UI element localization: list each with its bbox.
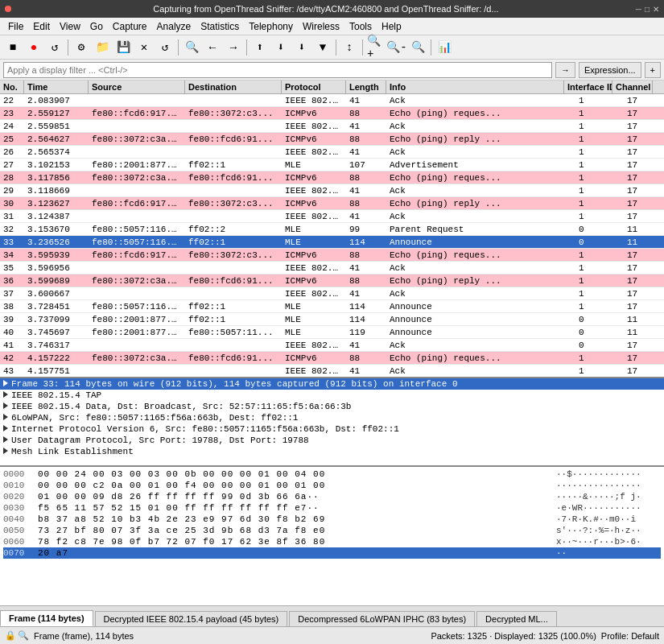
detail-row[interactable]: Mesh Link Establishment [0, 446, 664, 457]
status-bar: 🔒 🔍 Frame (frame), 114 bytes Packets: 13… [0, 626, 664, 644]
col-header-protocol[interactable]: Protocol [282, 80, 346, 93]
refresh-button[interactable]: ↺ [155, 38, 175, 57]
table-row[interactable]: 232.559127fe80::fcd6:917...fe80::3072:c3… [0, 107, 664, 120]
menu-item-capture[interactable]: Capture [108, 19, 152, 34]
table-row[interactable]: 303.123627fe80::fcd6:917...fe80::3072:c3… [0, 197, 664, 210]
save-button[interactable]: 💾 [113, 38, 133, 57]
table-row[interactable]: 353.596956IEEE 802.15.441Ack117 [0, 262, 664, 275]
close-button[interactable]: ✕ [653, 5, 659, 14]
col-header-channel[interactable]: Channel [612, 80, 653, 93]
menu-bar: FileEditViewGoCaptureAnalyzeStatisticsTe… [0, 18, 664, 35]
col-header-source[interactable]: Source [89, 80, 185, 93]
menu-item-go[interactable]: Go [85, 19, 108, 34]
expand-arrow-icon [3, 402, 8, 411]
col-header-info[interactable]: Info [386, 80, 564, 93]
table-row[interactable]: 393.737099fe80::2001:877...ff02::1MLE114… [0, 313, 664, 326]
table-row[interactable]: 323.153670fe80::5057:116...ff02::2MLE99P… [0, 223, 664, 236]
record-button[interactable]: ● [24, 38, 43, 57]
expression-button[interactable]: Expression... [579, 62, 641, 78]
reload-button[interactable]: ↺ [45, 38, 64, 57]
table-row[interactable]: 424.157222fe80::3072:c3a...fe80::fcd6:91… [0, 352, 664, 365]
expand-arrow-icon [3, 448, 8, 456]
bottom-tab[interactable]: Decrypted ML... [476, 611, 557, 626]
col-header-no[interactable]: No. [0, 80, 24, 93]
settings-button[interactable]: ⚙ [72, 38, 91, 57]
table-row[interactable]: 383.728451fe80::5057:116...ff02::1MLE114… [0, 300, 664, 313]
zoom-reset-button[interactable]: 🔍 [408, 38, 427, 57]
filter-arrow-button[interactable]: → [555, 62, 575, 78]
hex-row: 006078 f2 c8 7e 98 0f b7 72 07 f0 17 62 … [3, 536, 661, 547]
bottom-tabs: Frame (114 bytes)Decrypted IEEE 802.15.4… [0, 605, 664, 626]
scroll-up-button[interactable]: ⬆ [250, 38, 270, 57]
hex-row: 0040b8 37 a8 52 10 b3 4b 2e 23 e9 97 6d … [3, 514, 661, 525]
back-button[interactable]: ← [203, 38, 222, 57]
hex-row: 005073 27 bf 80 07 3f 3a ce 25 3d 9b 68 … [3, 525, 661, 536]
detail-row[interactable]: IEEE 802.15.4 TAP [0, 390, 664, 401]
zoom-fit-button[interactable]: ↕ [340, 38, 359, 57]
minimize-button[interactable]: ─ [636, 5, 641, 14]
bottom-tab[interactable]: Frame (114 bytes) [0, 610, 93, 626]
hex-row: 007020 a7·· [3, 547, 661, 559]
detail-row[interactable]: Internet Protocol Version 6, Src: fe80::… [0, 423, 664, 435]
table-row[interactable]: 252.564627fe80::3072:c3a...fe80::fcd6:91… [0, 133, 664, 146]
table-row[interactable]: 273.102153fe80::2001:877...ff02::1MLE107… [0, 159, 664, 171]
filter-input[interactable] [3, 62, 552, 78]
table-row[interactable]: 283.117856fe80::3072:c3a...fe80::fcd6:91… [0, 171, 664, 184]
menu-item-telephony[interactable]: Telephony [244, 19, 298, 34]
detail-row[interactable]: IEEE 802.15.4 Data, Dst: Broadcast, Src:… [0, 401, 664, 412]
scroll-down-button[interactable]: ⬇ [271, 38, 291, 57]
table-row[interactable]: 222.083907IEEE 802.15.441Ack117 [0, 94, 664, 107]
stop-button[interactable]: ■ [3, 38, 23, 57]
window-title: Capturing from OpenThread Sniffer: /dev/… [16, 4, 636, 14]
menu-item-file[interactable]: File [3, 19, 28, 34]
status-icons: 🔒 🔍 [5, 630, 29, 641]
find-button[interactable]: 🔍 [182, 38, 201, 57]
detail-row[interactable]: Frame 33: 114 bytes on wire (912 bits), … [0, 378, 664, 390]
table-row[interactable]: 343.595939fe80::fcd6:917...fe80::3072:c3… [0, 249, 664, 262]
table-row[interactable]: 403.745697fe80::2001:877...fe80::5057:11… [0, 326, 664, 339]
table-row[interactable]: 333.236526fe80::5057:116...ff02::1MLE114… [0, 236, 664, 249]
table-row[interactable]: 242.559851IEEE 802.15.441Ack117 [0, 120, 664, 133]
add-filter-button[interactable]: + [645, 62, 661, 78]
frame-info: Frame (frame), 114 bytes [34, 631, 426, 641]
maximize-button[interactable]: □ [645, 5, 650, 14]
table-row[interactable]: 262.565374IEEE 802.15.441Ack117 [0, 146, 664, 159]
packet-list-scroll[interactable]: 222.083907IEEE 802.15.441Ack117232.55912… [0, 94, 664, 377]
bottom-tab[interactable]: Decrypted IEEE 802.15.4 payload (45 byte… [95, 611, 288, 626]
graph-button[interactable]: 📊 [435, 38, 454, 57]
detail-row[interactable]: 6LoWPAN, Src: fe80::5057:1165:f56a:663b,… [0, 412, 664, 423]
zoom-in-button[interactable]: 🔍+ [366, 38, 386, 57]
filter-icon: 🔍 [18, 630, 29, 641]
col-header-interface[interactable]: Interface ID [564, 80, 612, 93]
close-file-button[interactable]: ✕ [134, 38, 154, 57]
table-row[interactable]: 293.118669IEEE 802.15.441Ack117 [0, 184, 664, 197]
col-header-time[interactable]: Time [24, 80, 89, 93]
menu-item-view[interactable]: View [55, 19, 85, 34]
colorize-button[interactable]: ▼ [313, 38, 332, 57]
zoom-out-button[interactable]: 🔍- [387, 38, 406, 57]
packet-list-header: No. Time Source Destination Protocol Len… [0, 80, 664, 94]
menu-item-edit[interactable]: Edit [28, 19, 55, 34]
menu-item-wireless[interactable]: Wireless [298, 19, 344, 34]
table-row[interactable]: 363.599689fe80::3072:c3a...fe80::fcd6:91… [0, 275, 664, 287]
table-row[interactable]: 434.157751IEEE 802.15.441Ack117 [0, 365, 664, 377]
toolbar-sep3 [246, 39, 247, 56]
window-dot [5, 6, 11, 12]
menu-item-help[interactable]: Help [377, 19, 406, 34]
col-header-length[interactable]: Length [346, 80, 386, 93]
bottom-tab[interactable]: Decompressed 6LoWPAN IPHC (83 bytes) [289, 611, 475, 626]
open-button[interactable]: 📁 [93, 38, 112, 57]
table-row[interactable]: 413.746317IEEE 802.15.441Ack017 [0, 339, 664, 352]
table-row[interactable]: 373.600667IEEE 802.15.441Ack117 [0, 287, 664, 300]
toolbar-sep2 [178, 39, 179, 56]
menu-item-statistics[interactable]: Statistics [196, 19, 244, 34]
toolbar-sep4 [336, 39, 336, 56]
autoscroll-button[interactable]: ⬇ [292, 38, 311, 57]
col-header-destination[interactable]: Destination [185, 80, 282, 93]
menu-item-analyze[interactable]: Analyze [152, 19, 196, 34]
forward-button[interactable]: → [224, 38, 243, 57]
table-row[interactable]: 313.124387IEEE 802.15.441Ack117 [0, 210, 664, 223]
menu-item-tools[interactable]: Tools [344, 19, 377, 34]
expand-arrow-icon [3, 380, 8, 389]
detail-row[interactable]: User Datagram Protocol, Src Port: 19788,… [0, 435, 664, 446]
